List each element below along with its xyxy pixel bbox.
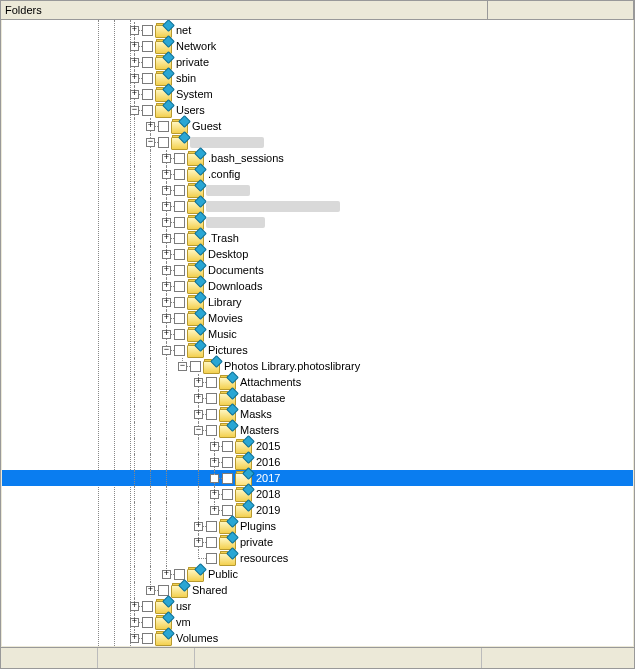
folder-checkbox[interactable] [158,585,169,596]
column-header-blank[interactable] [488,1,634,19]
tree-row[interactable]: +Shared [2,582,633,598]
folder-checkbox[interactable] [174,201,185,212]
tree-row[interactable]: −Photos Library.photoslibrary [2,358,633,374]
folder-checkbox[interactable] [206,393,217,404]
expand-toggle[interactable]: + [162,330,171,339]
tree-row[interactable]: −Masters [2,422,633,438]
expand-toggle[interactable]: + [194,538,203,547]
folder-checkbox[interactable] [174,249,185,260]
expand-toggle[interactable]: + [130,74,139,83]
expand-toggle[interactable]: + [130,58,139,67]
tree-row[interactable]: resources [2,550,633,566]
collapse-toggle[interactable]: − [130,106,139,115]
expand-toggle[interactable]: + [162,202,171,211]
tree-row[interactable]: +Attachments [2,374,633,390]
tree-row[interactable]: +.config [2,166,633,182]
expand-toggle[interactable]: + [162,234,171,243]
folder-checkbox[interactable] [142,73,153,84]
folder-checkbox[interactable] [142,105,153,116]
tree-row[interactable]: +2016 [2,454,633,470]
tree-row[interactable]: +private [2,534,633,550]
folder-checkbox[interactable] [174,313,185,324]
folder-checkbox[interactable] [206,409,217,420]
tree-row[interactable]: +net [2,22,633,38]
folder-checkbox[interactable] [158,137,169,148]
collapse-toggle[interactable]: − [178,362,187,371]
expand-toggle[interactable]: + [210,474,219,483]
expand-toggle[interactable]: + [162,218,171,227]
expand-toggle[interactable]: + [210,506,219,515]
tree-row[interactable]: + [2,214,633,230]
expand-toggle[interactable]: + [130,42,139,51]
tree-row[interactable]: −Users [2,102,633,118]
tree-row[interactable]: + [2,198,633,214]
tree-row[interactable]: + [2,182,633,198]
expand-toggle[interactable]: + [162,298,171,307]
expand-toggle[interactable]: + [162,314,171,323]
expand-toggle[interactable]: + [146,586,155,595]
folder-checkbox[interactable] [174,265,185,276]
tree-row[interactable]: +Library [2,294,633,310]
expand-toggle[interactable]: + [162,282,171,291]
tree-row[interactable]: +vm [2,614,633,630]
expand-toggle[interactable]: + [130,90,139,99]
folder-checkbox[interactable] [174,233,185,244]
collapse-toggle[interactable]: − [194,426,203,435]
tree-row[interactable]: +2018 [2,486,633,502]
folder-checkbox[interactable] [206,425,217,436]
tree-row[interactable]: +.bash_sessions [2,150,633,166]
folder-checkbox[interactable] [158,121,169,132]
tree-row[interactable]: +Network [2,38,633,54]
folder-tree[interactable]: +net+Network+private+sbin+System−Users+G… [2,20,633,646]
tree-row[interactable]: +2017 [2,470,633,486]
tree-row[interactable]: +sbin [2,70,633,86]
folder-checkbox[interactable] [174,153,185,164]
tree-row[interactable]: +.Trash [2,230,633,246]
folder-checkbox[interactable] [174,345,185,356]
expand-toggle[interactable]: + [162,154,171,163]
tree-row[interactable]: +Documents [2,262,633,278]
folder-checkbox[interactable] [142,41,153,52]
folder-checkbox[interactable] [222,457,233,468]
folder-checkbox[interactable] [142,25,153,36]
collapse-toggle[interactable]: − [162,346,171,355]
tree-row[interactable]: +Volumes [2,630,633,646]
expand-toggle[interactable]: + [130,602,139,611]
expand-toggle[interactable]: + [162,250,171,259]
tree-row[interactable]: +Desktop [2,246,633,262]
folder-checkbox[interactable] [174,185,185,196]
tree-row[interactable]: +private [2,54,633,70]
expand-toggle[interactable]: + [194,394,203,403]
expand-toggle[interactable]: + [146,122,155,131]
folder-checkbox[interactable] [142,89,153,100]
expand-toggle[interactable]: + [210,490,219,499]
folder-checkbox[interactable] [222,473,233,484]
folder-checkbox[interactable] [142,601,153,612]
expand-toggle[interactable]: + [194,410,203,419]
folder-checkbox[interactable] [206,377,217,388]
tree-row[interactable]: +database [2,390,633,406]
folder-checkbox[interactable] [174,329,185,340]
tree-row[interactable]: +Music [2,326,633,342]
folder-checkbox[interactable] [174,569,185,580]
folder-checkbox[interactable] [142,57,153,68]
folder-checkbox[interactable] [174,281,185,292]
expand-toggle[interactable]: + [210,442,219,451]
folder-checkbox[interactable] [222,441,233,452]
tree-row[interactable]: +Downloads [2,278,633,294]
folder-checkbox[interactable] [142,617,153,628]
tree-row[interactable]: +Guest [2,118,633,134]
tree-row[interactable]: +Plugins [2,518,633,534]
expand-toggle[interactable]: + [130,634,139,643]
folder-checkbox[interactable] [206,537,217,548]
tree-row[interactable]: − [2,134,633,150]
folder-checkbox[interactable] [206,553,217,564]
expand-toggle[interactable]: + [162,186,171,195]
tree-row[interactable]: +usr [2,598,633,614]
tree-row[interactable]: +System [2,86,633,102]
expand-toggle[interactable]: + [130,618,139,627]
expand-toggle[interactable]: + [210,458,219,467]
expand-toggle[interactable]: + [130,26,139,35]
column-header-folders[interactable]: Folders [1,1,488,19]
expand-toggle[interactable]: + [194,522,203,531]
